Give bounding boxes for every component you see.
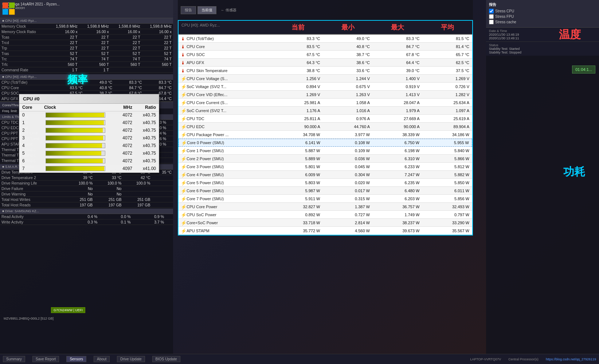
core-bar [46, 136, 103, 140]
row-avg: 1.097 A [423, 108, 473, 113]
row-current: 6.141 W [274, 140, 323, 145]
bolt-icon: ⚡ [181, 108, 185, 113]
row-name: ⚡APU STAPM [179, 228, 273, 234]
core-ratio: x40.75 [132, 135, 156, 141]
stress-cpu-check[interactable] [489, 9, 494, 13]
col-header-name: CPU [#0]: AMD Ryz... [179, 21, 273, 34]
stress-fpu-check[interactable] [489, 14, 494, 19]
tab-drive-update[interactable]: Drive Update [117, 356, 145, 362]
row-avg: 37.5 °C [423, 68, 473, 73]
power-icon: ⚡ [181, 156, 185, 161]
row-max: 39.673 W [373, 228, 423, 233]
core-bar-container [46, 128, 105, 133]
bolt-icon: ⚡ [181, 124, 185, 129]
core-ratio: x40.75 [132, 143, 156, 148]
core-bar-container [46, 120, 105, 125]
tab-current[interactable]: 当前值 [197, 6, 216, 14]
col-core: Core [22, 105, 44, 110]
right-panel-header: 报告 Stress CPU Stress FPU Stress cache [486, 0, 599, 28]
stress-fpu-row: Stress FPU [489, 14, 596, 19]
core-bar-container [46, 135, 105, 141]
row-current: 64.3 °C [273, 60, 323, 65]
row-label: CPU (Tctl/Tdie) [187, 36, 214, 41]
core-ratio: x40.75 [132, 112, 156, 118]
row-name: ⚡Core 7 Power (SMU) [179, 196, 273, 202]
row-label: Core 4 Power (SMU) [187, 173, 224, 177]
cpu-core-row: 2 4072 x40.75 [19, 127, 159, 134]
table-row: ⚡Core 4 Power (SMU) 6.009 W 0.304 W 7.24… [179, 171, 472, 179]
stress-cpu-row: Stress CPU [489, 9, 596, 13]
cpu-core-row: 3 4072 x40.75 [19, 134, 159, 142]
svg-rect-0 [3, 3, 8, 8]
row-avg: 5.866 W [423, 156, 473, 161]
row-min: 40.8 °C [323, 44, 373, 49]
bolt-icon: ⚡ [181, 100, 185, 105]
col-clock: Clock [44, 105, 107, 110]
row-label: CPU Core Current (S... [187, 100, 228, 105]
row-label: Core 3 Power (SMU) [187, 165, 224, 169]
core-mhz: 4072 [107, 151, 132, 156]
row-avg: 5.812 W [423, 164, 473, 169]
row-label: SoC Voltage (SVI2 T... [187, 84, 226, 89]
cpu-name: Ryzen 7 4800H [2, 6, 171, 10]
core-ratio: x40.75 [132, 120, 156, 125]
col-header-current: 当前 [273, 21, 323, 34]
row-current: 5.887 W [273, 148, 323, 153]
row-label: Core 6 Power (SMU) [187, 189, 224, 193]
core-mhz: 4072 [107, 112, 132, 118]
row-label: APU GFX [187, 60, 204, 65]
core-id: 6 [22, 158, 44, 163]
row-max: 28.047 A [373, 100, 423, 105]
row-current: 6.009 W [273, 172, 323, 177]
col-ratio: Ratio [132, 105, 156, 110]
core-bar [46, 113, 104, 117]
row-min: 0.017 W [323, 188, 373, 193]
row-min: 4.560 W [323, 228, 373, 233]
row-name: ⚡Core 0 Power (SMU) [179, 140, 274, 146]
tab-report[interactable]: 报告 [181, 6, 196, 14]
table-row: 🌡CPU Skin Temperature 38.8 °C 33.6 °C 39… [179, 67, 472, 75]
row-min: 2.814 W [323, 220, 373, 225]
top-tabs[interactable]: 报告 当前值 ← 传感器 [178, 5, 242, 16]
processor-label: Central Processor(s) [508, 357, 539, 361]
table-row: ⚡APU STAPM 35.772 W 4.560 W 39.673 W 35.… [179, 227, 472, 235]
row-max: 6.310 W [373, 156, 423, 161]
tab-sensors[interactable]: Sensors [66, 356, 86, 362]
row-current: 33.718 W [273, 220, 323, 225]
row-min: 38.7 °C [323, 52, 373, 57]
table-row: ⚡Core 0 Power (SMU) 6.141 W 0.108 W 6.75… [179, 139, 472, 147]
row-name: 🌡CPU Core [179, 44, 273, 50]
tab-bios-update[interactable]: BIOS Update [152, 356, 180, 362]
row-avg: 0.726 V [423, 84, 473, 89]
cpu-core-row: 5 4072 x40.75 [19, 150, 159, 157]
row-label: SoC Current (SVI2 T... [187, 108, 226, 113]
row-current: 5.803 W [273, 180, 323, 185]
status-section: Status Stability Test: Started Stability… [486, 42, 599, 56]
row-current: 1.256 V [273, 76, 323, 81]
tab-save-report[interactable]: Save Report [32, 356, 59, 362]
row-name: ⚡CPU TDC [179, 116, 273, 122]
row-label: Core 7 Power (SMU) [187, 197, 224, 201]
row-name: ⚡Core 2 Power (SMU) [179, 156, 273, 162]
main-panel: CPU [#0]: AMD Ryz... 当前 最小 最大 平均 🌡CPU (T… [178, 20, 473, 236]
tab-summary[interactable]: Summary [3, 356, 25, 362]
core-id: 3 [22, 135, 44, 141]
col-header-avg: 平均 [423, 21, 473, 34]
row-name: ⚡SoC Voltage (SVI2 T... [179, 84, 273, 90]
row-name: ⚡Core+SoC Power [179, 220, 273, 226]
top-bar: 报告 当前值 ← 传感器 [178, 0, 473, 20]
row-avg: 5.840 W [423, 148, 473, 153]
stress-cache-check[interactable] [489, 20, 494, 24]
right-panel: 报告 Stress CPU Stress FPU Stress cache Da… [486, 0, 599, 364]
status2: Stability Test: Stopped [489, 51, 596, 54]
row-max: 7.247 W [373, 172, 423, 177]
row-name: 🌡APU GFX [179, 60, 273, 66]
svg-rect-3 [9, 9, 15, 15]
row-max: 6.235 W [373, 180, 423, 185]
row-min: 33.6 °C [323, 68, 373, 73]
tab-about[interactable]: About [94, 356, 110, 362]
row-max: 6.480 W [373, 188, 423, 193]
row-name: ⚡Core 1 Power (SMU) [179, 148, 273, 154]
laptop-label: LAPTOP-VVRTQ07V [470, 357, 501, 361]
row-name: 🌡CPU Skin Temperature [179, 68, 273, 74]
